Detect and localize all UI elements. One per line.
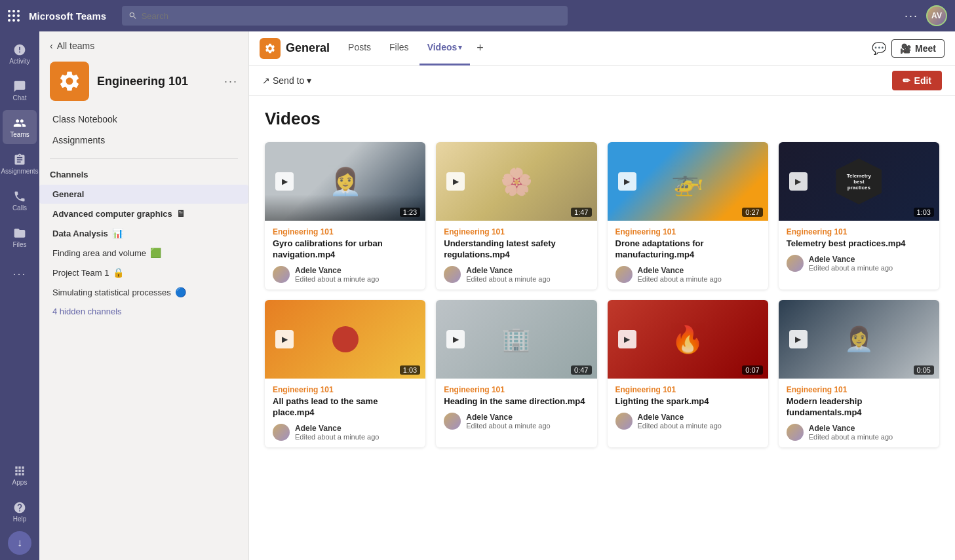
play-button[interactable]: ▶ — [789, 330, 808, 348]
play-button[interactable]: ▶ — [789, 172, 808, 191]
topbar-more-button[interactable]: ··· — [905, 9, 918, 23]
author-name: Adele Vance — [466, 413, 550, 422]
chat-icon[interactable]: 💬 — [872, 41, 886, 56]
play-button[interactable]: ▶ — [446, 172, 465, 191]
video-card[interactable]: 🚁 ▶ 0:27 Engineering 101 Drone adaptatio… — [608, 142, 768, 289]
play-button[interactable]: ▶ — [275, 330, 294, 348]
play-button[interactable]: ▶ — [446, 330, 465, 348]
all-teams-label: All teams — [57, 41, 95, 51]
video-info: Engineering 101 Lighting the spark.mp4 A… — [608, 379, 768, 436]
author-info: Adele Vance Edited about a minute ago — [466, 266, 550, 283]
author-avatar — [787, 424, 804, 441]
author-avatar — [787, 255, 804, 272]
search-input[interactable] — [142, 11, 561, 21]
video-author: Adele Vance Edited about a minute ago — [615, 413, 760, 430]
area-icon: 🟩 — [150, 248, 161, 258]
nav-more-dots[interactable]: ··· — [3, 257, 37, 291]
sidebar: ‹ All teams Engineering 101 ··· Class No… — [39, 31, 249, 560]
video-info: Engineering 101 Gyro calibrations for ur… — [265, 221, 425, 289]
author-avatar — [273, 424, 290, 441]
author-edit-time: Edited about a minute ago — [809, 264, 893, 272]
play-button[interactable]: ▶ — [618, 172, 636, 191]
content-toolbar: ↗ Send to ▾ ✏ Edit — [249, 65, 955, 96]
data-icon: 📊 — [112, 228, 123, 238]
stats-icon: 🔵 — [175, 287, 186, 297]
video-team-name: Engineering 101 — [615, 385, 760, 394]
topbar-right: ··· AV — [905, 5, 947, 26]
send-to-label: Send to — [273, 75, 304, 86]
video-thumbnail: Telemetrybestpractices ▶ 1:03 — [779, 142, 939, 221]
video-card[interactable]: ▶ 1:03 Engineering 101 All paths lead to… — [265, 300, 425, 447]
video-card[interactable]: 👩‍💼 ▶ 0:05 Engineering 101 Modern leader… — [779, 300, 939, 447]
sidebar-links: Class Notebook Assignments — [39, 106, 248, 153]
edit-button[interactable]: ✏ Edit — [892, 71, 942, 90]
nav-files-label: Files — [12, 241, 26, 248]
add-tab-button[interactable]: + — [473, 41, 488, 55]
channel-header-icon — [260, 38, 281, 59]
nav-apps[interactable]: Apps — [3, 458, 37, 492]
sidebar-link-class-notebook[interactable]: Class Notebook — [50, 109, 238, 130]
video-thumbnail: 🏢 ▶ 0:47 — [436, 300, 596, 379]
video-card[interactable]: 👩‍💼 ▶ 1:23 Engineering 101 Gyro calibrat… — [265, 142, 425, 289]
video-card[interactable]: Telemetrybestpractices ▶ 1:03 Engineerin… — [779, 142, 939, 289]
send-to-button[interactable]: ↗ Send to ▾ — [262, 75, 311, 86]
tab-files[interactable]: Files — [381, 31, 417, 65]
author-avatar — [273, 266, 290, 283]
video-card[interactable]: 🔥 ▶ 0:07 Engineering 101 Lighting the sp… — [608, 300, 768, 447]
nav-activity-label: Activity — [9, 58, 30, 65]
video-title: Modern leadership fundamentals.mp4 — [787, 396, 931, 419]
video-title: Drone adaptations for manufacturing.mp4 — [615, 238, 760, 261]
video-card[interactable]: 🌸 ▶ 1:47 Engineering 101 Understanding l… — [436, 142, 596, 289]
author-avatar — [615, 413, 633, 430]
author-name: Adele Vance — [466, 266, 550, 275]
tab-posts[interactable]: Posts — [340, 31, 379, 65]
video-duration: 1:03 — [914, 208, 934, 217]
play-button[interactable]: ▶ — [618, 330, 636, 348]
lock-icon: 🔒 — [113, 267, 124, 278]
nav-chat[interactable]: Chat — [3, 73, 37, 107]
apps-grid-icon[interactable] — [8, 10, 21, 22]
tab-videos[interactable]: Videos ▾ — [419, 31, 471, 65]
meet-button[interactable]: 🎥 Meet — [891, 39, 945, 58]
video-team-name: Engineering 101 — [444, 227, 589, 236]
nav-help[interactable]: Help — [3, 495, 37, 529]
sidebar-link-assignments[interactable]: Assignments — [50, 130, 238, 151]
back-to-all-teams[interactable]: ‹ All teams — [39, 31, 248, 56]
author-info: Adele Vance Edited about a minute ago — [295, 424, 379, 441]
nav-teams[interactable]: Teams — [3, 110, 37, 144]
avatar[interactable]: AV — [926, 5, 947, 26]
play-button[interactable]: ▶ — [275, 172, 294, 191]
nav-download-button[interactable]: ↓ — [8, 531, 31, 555]
channel-item-simulating[interactable]: Simulating statistical processes 🔵 — [39, 282, 248, 302]
edit-label: Edit — [914, 75, 931, 86]
video-duration: 0:47 — [571, 365, 591, 375]
nav-activity[interactable]: Activity — [3, 37, 37, 71]
video-team-name: Engineering 101 — [444, 385, 589, 394]
team-more-button[interactable]: ··· — [224, 75, 238, 88]
sidebar-divider — [50, 159, 238, 159]
hidden-channels-link[interactable]: 4 hidden channels — [39, 302, 248, 321]
video-card[interactable]: 🏢 ▶ 0:47 Engineering 101 Heading in the … — [436, 300, 596, 447]
nav-calls[interactable]: Calls — [3, 183, 37, 217]
nav-assignments[interactable]: Assignments — [3, 147, 37, 181]
channel-item-data-analysis[interactable]: Data Analysis 📊 — [39, 223, 248, 243]
nav-files[interactable]: Files — [3, 220, 37, 254]
channel-item-finding-area[interactable]: Finding area and volume 🟩 — [39, 243, 248, 263]
video-team-name: Engineering 101 — [787, 227, 931, 236]
video-team-name: Engineering 101 — [273, 385, 418, 394]
video-author: Adele Vance Edited about a minute ago — [787, 255, 931, 272]
video-info: Engineering 101 Heading in the same dire… — [436, 379, 596, 436]
video-title: Lighting the spark.mp4 — [615, 396, 760, 407]
video-duration: 1:47 — [571, 208, 591, 217]
channel-tabs: Posts Files Videos ▾ + — [340, 31, 488, 65]
nav-bottom: Apps Help ↓ — [3, 458, 37, 555]
channels-header: Channels — [39, 164, 248, 185]
channel-item-general[interactable]: General — [39, 185, 248, 204]
video-thumbnail: 🌸 ▶ 1:47 — [436, 142, 596, 221]
channel-item-project-team[interactable]: Project Team 1 🔒 — [39, 263, 248, 282]
nav-assignments-label: Assignments — [1, 168, 38, 175]
video-title: Telemetry best practices.mp4 — [787, 238, 931, 250]
channel-item-advanced-graphics[interactable]: Advanced computer graphics 🖥 — [39, 204, 248, 223]
video-thumbnail: 👩‍💼 ▶ 0:05 — [779, 300, 939, 379]
search-bar[interactable] — [122, 6, 568, 26]
